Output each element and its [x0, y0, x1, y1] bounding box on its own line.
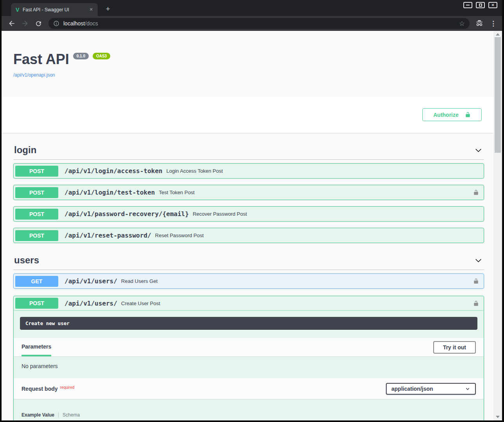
op-password-recovery: POST /api/v1/password-recovery/{email} R…	[13, 206, 484, 222]
address-bar[interactable]: localhost/docs ☆	[48, 18, 470, 29]
parameters-header: Parameters Try it out	[14, 338, 484, 356]
operation-markdown-description: Create new user	[20, 317, 477, 330]
request-body-header: Request bodyrequired application/json	[14, 378, 484, 399]
browser-window: V Fast API - Swagger UI ✕ + ✕ localhost/…	[0, 0, 504, 422]
tab-schema[interactable]: Schema	[63, 412, 80, 418]
op-create-user: POST /api/v1/users/ Create User Post Cre…	[13, 296, 484, 420]
tab-close-icon[interactable]: ✕	[88, 6, 95, 13]
swagger-page: Fast API 0.1.0 OAS3 /api/v1/openapi.json…	[2, 31, 493, 420]
url-text: localhost/docs	[63, 20, 456, 27]
try-it-out-button[interactable]: Try it out	[433, 341, 476, 354]
section-users: users GET /api/v1/users/ Read Users Get	[13, 252, 484, 420]
openapi-spec-link[interactable]: /api/v1/openapi.json	[13, 72, 55, 78]
back-icon[interactable]	[7, 19, 16, 28]
chevron-down-icon	[465, 386, 470, 392]
operation-summary[interactable]: POST /api/v1/login/test-token Test Token…	[14, 185, 484, 200]
op-login-access-token: POST /api/v1/login/access-token Login Ac…	[13, 163, 484, 179]
op-reset-password: POST /api/v1/reset-password/ Reset Passw…	[13, 228, 484, 243]
operation-path: /api/v1/reset-password/	[58, 232, 155, 239]
window-close-button[interactable]: ✕	[488, 2, 497, 8]
url-path: /docs	[85, 20, 98, 27]
scheme-container: Authorize	[2, 97, 493, 133]
operation-description: Test Token Post	[159, 190, 195, 195]
method-badge: GET	[15, 276, 58, 287]
site-info-icon[interactable]	[53, 20, 59, 27]
section-login-header[interactable]: login	[13, 142, 484, 160]
tab-example-value[interactable]: Example Value	[22, 412, 54, 418]
method-badge: POST	[15, 166, 58, 177]
bookmark-star-icon[interactable]: ☆	[459, 20, 465, 28]
operation-description: Create User Post	[121, 300, 160, 306]
url-host: localhost	[63, 20, 85, 27]
operation-path: /api/v1/password-recovery/{email}	[58, 210, 193, 218]
scroll-down-icon[interactable]	[493, 414, 502, 420]
version-badge: 0.1.0	[73, 53, 89, 59]
method-badge: POST	[15, 230, 58, 241]
toolbar-right: ⋮	[475, 20, 497, 28]
reload-icon[interactable]	[34, 19, 43, 28]
browser-tab[interactable]: V Fast API - Swagger UI ✕	[11, 3, 98, 16]
operation-summary[interactable]: POST /api/v1/login/access-token Login Ac…	[14, 164, 484, 178]
browser-toolbar: localhost/docs ☆ ⋮	[2, 16, 502, 31]
operation-summary[interactable]: GET /api/v1/users/ Read Users Get	[14, 274, 484, 288]
operation-summary[interactable]: POST /api/v1/password-recovery/{email} R…	[14, 207, 484, 221]
required-marker: required	[60, 385, 75, 390]
section-title: users	[14, 255, 39, 266]
operation-path: /api/v1/login/test-token	[58, 189, 159, 196]
method-badge: POST	[15, 298, 58, 309]
chevron-down-icon[interactable]	[474, 145, 483, 155]
api-info: Fast API 0.1.0 OAS3 /api/v1/openapi.json	[2, 31, 493, 78]
operation-body: Create new user Parameters Try it out No…	[14, 317, 484, 420]
window-controls: ✕	[463, 2, 497, 8]
maximize-button[interactable]	[476, 2, 485, 8]
section-title: login	[14, 145, 36, 156]
tab-title: Fast API - Swagger UI	[23, 7, 88, 13]
scroll-up-icon[interactable]	[493, 32, 502, 37]
scrollbar[interactable]	[493, 31, 502, 420]
request-body-label: Request bodyrequired	[22, 386, 74, 392]
operation-description: Read Users Get	[121, 278, 158, 284]
operation-description: Reset Password Post	[155, 232, 204, 238]
operation-description: Recover Password Post	[193, 211, 247, 217]
incognito-icon	[475, 20, 484, 27]
operation-summary[interactable]: POST /api/v1/users/ Create User Post	[14, 296, 484, 311]
section-users-header[interactable]: users	[13, 252, 484, 270]
scrollbar-thumb[interactable]	[495, 37, 501, 153]
method-badge: POST	[15, 209, 58, 220]
page-title: Fast API	[13, 51, 69, 68]
operation-description: Login Access Token Post	[166, 168, 222, 174]
browser-menu-icon[interactable]: ⋮	[490, 20, 497, 28]
op-login-test-token: POST /api/v1/login/test-token Test Token…	[13, 185, 484, 200]
operation-path: /api/v1/users/	[58, 277, 121, 285]
method-badge: POST	[15, 187, 58, 198]
forward-icon[interactable]	[20, 19, 30, 28]
operation-path: /api/v1/users/	[58, 300, 121, 307]
tab-divider	[58, 412, 59, 418]
tab-parameters[interactable]: Parameters	[22, 338, 51, 356]
authorize-button[interactable]: Authorize	[422, 108, 482, 121]
titlebar: V Fast API - Swagger UI ✕ + ✕	[2, 0, 502, 16]
section-login: login POST /api/v1/login/access-token Lo…	[13, 142, 484, 243]
lock-icon[interactable]	[472, 277, 480, 285]
minimize-button[interactable]	[463, 2, 472, 8]
new-tab-button[interactable]: +	[103, 4, 113, 14]
lock-icon[interactable]	[472, 299, 480, 308]
op-read-users: GET /api/v1/users/ Read Users Get	[13, 274, 484, 289]
favicon-icon: V	[16, 7, 23, 13]
oas3-badge: OAS3	[93, 53, 110, 59]
media-type-select[interactable]: application/json	[386, 383, 476, 395]
operation-summary[interactable]: POST /api/v1/reset-password/ Reset Passw…	[14, 228, 484, 243]
chevron-down-icon[interactable]	[474, 256, 483, 265]
unlocked-padlock-icon	[465, 111, 471, 118]
no-parameters-text: No parameters	[14, 356, 484, 378]
operation-path: /api/v1/login/access-token	[58, 167, 166, 175]
model-example-tabs: Example Value Schema	[14, 399, 484, 420]
lock-icon[interactable]	[472, 188, 480, 197]
